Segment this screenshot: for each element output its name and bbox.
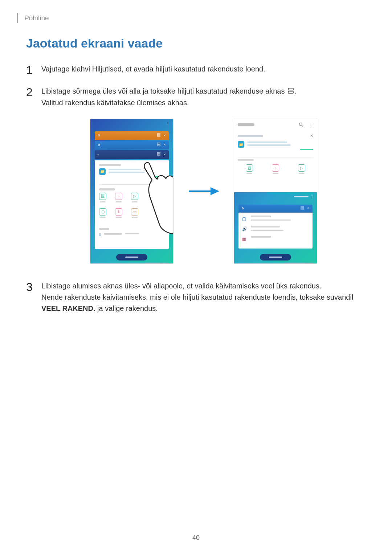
video-icon: ▷	[131, 193, 138, 200]
step-3-text-b-post: ja valige rakendus.	[95, 304, 158, 312]
search-icon	[299, 122, 303, 129]
svg-marker-9	[211, 187, 219, 195]
breadcrumb-divider	[17, 13, 18, 23]
step-2-text-dot: .	[295, 87, 297, 95]
split-screen-icon	[287, 86, 294, 97]
recent-app-card: ⚙ ✕	[95, 131, 169, 140]
close-icon: ✕	[163, 152, 166, 157]
illustration-row: ⋮ ⚙ ✕ ⚙	[41, 119, 366, 264]
more-icon: ⋮	[311, 195, 314, 200]
svg-rect-12	[301, 206, 304, 208]
recent-app-card: ▪ ✕	[95, 150, 169, 159]
steps-list: Vajutage klahvi Hiljutised, et avada hil…	[26, 63, 366, 314]
step-3-text-b-pre: Nende rakenduste käivitamiseks, mis ei o…	[41, 293, 353, 301]
svg-rect-4	[157, 143, 160, 144]
audio-icon: ♪	[115, 193, 122, 200]
apk-icon: APK	[131, 208, 138, 216]
doc-icon: ▢	[99, 208, 106, 216]
more-icon: ⋮	[309, 122, 313, 129]
svg-rect-6	[157, 152, 160, 153]
step-2: Libistage sõrmega üles või alla ja toksa…	[26, 86, 366, 264]
split-icon	[157, 133, 160, 138]
svg-rect-13	[301, 208, 304, 209]
step-1-text: Vajutage klahvi Hiljutised, et avada hil…	[41, 65, 265, 73]
download-icon: ⬇	[115, 208, 122, 216]
hand-illustration	[138, 159, 173, 239]
audio-icon: ♪	[272, 164, 279, 172]
step-3-text-a: Libistage alumises aknas üles- või allap…	[41, 282, 322, 290]
svg-rect-5	[157, 145, 160, 146]
arrow-icon	[188, 186, 219, 197]
svg-line-11	[302, 126, 303, 127]
svg-rect-3	[157, 135, 160, 136]
page-content: Jaotatud ekraani vaade Vajutage klahvi H…	[26, 36, 366, 325]
close-all-button	[116, 254, 147, 260]
section-title: Jaotatud ekraani vaade	[26, 36, 366, 50]
folder-icon: 📁	[238, 141, 244, 148]
split-icon	[157, 152, 160, 157]
storage-icon: ▯	[99, 232, 101, 237]
step-1: Vajutage klahvi Hiljutised, et avada hil…	[26, 63, 366, 75]
split-icon	[301, 206, 304, 211]
breadcrumb: Põhiline	[17, 13, 49, 23]
close-icon: ✕	[163, 143, 166, 147]
step-3: Libistage alumises aknas üles- või allap…	[26, 280, 366, 314]
close-icon: ✕	[163, 134, 166, 138]
notif-icon: ▦	[242, 236, 247, 243]
step-2-text-a: Libistage sõrmega üles või alla ja toksa…	[41, 87, 287, 95]
close-all-button	[260, 254, 291, 260]
folder-icon: 📁	[99, 168, 106, 175]
close-icon: ✕	[307, 206, 310, 211]
sim-icon: ▢	[242, 216, 247, 222]
video-icon: ▷	[298, 164, 305, 172]
split-icon	[157, 143, 160, 148]
screenshot-splitview: ⋮ ✕ 📁	[234, 119, 317, 264]
screenshot-recents: ⋮ ⚙ ✕ ⚙	[90, 119, 173, 264]
svg-rect-1	[288, 91, 293, 94]
svg-rect-0	[288, 88, 293, 90]
image-icon: 🖼	[99, 193, 106, 200]
sound-icon: 🔊	[242, 226, 247, 233]
svg-rect-7	[157, 154, 160, 155]
svg-point-10	[299, 123, 302, 126]
close-icon: ✕	[310, 133, 313, 139]
statusbar-menu-icon: ⋮	[90, 119, 173, 129]
step-3-text-b-bold: VEEL RAKEND.	[41, 304, 95, 312]
recent-app-card: ⚙ ✕	[95, 141, 169, 149]
svg-rect-2	[157, 134, 160, 135]
breadcrumb-text: Põhiline	[24, 14, 49, 22]
step-2-text-c: Valitud rakendus käivitatakse ülemises a…	[41, 99, 189, 107]
page-number: 40	[0, 534, 392, 542]
image-icon: 🖼	[246, 164, 253, 172]
